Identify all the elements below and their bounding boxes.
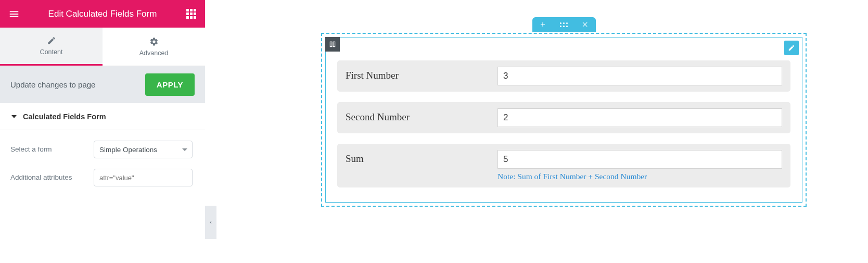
form-preview: First Number Second Number Sum Note: Sum… (326, 37, 802, 202)
editor-sidebar: Edit Calculated Fields Form Content Adva… (0, 0, 205, 207)
column-outline: First Number Second Number Sum Note: Sum… (325, 37, 802, 203)
tab-content[interactable]: Content (0, 28, 103, 66)
caret-down-icon (11, 115, 17, 118)
editor-topbar: Edit Calculated Fields Form (0, 0, 205, 28)
edit-widget-button[interactable] (784, 41, 799, 55)
section-outline[interactable]: First Number Second Number Sum Note: Sum… (321, 33, 807, 207)
select-form-label: Select a form (10, 145, 94, 154)
controls-panel: Select a form Simple Operations Addition… (0, 130, 205, 207)
field-note: Note: Sum of First Number + Second Numbe… (346, 172, 782, 181)
collapse-sidebar-button[interactable] (205, 206, 216, 239)
field-label: First Number (346, 67, 497, 81)
additional-attributes-label: Additional attributes (10, 173, 94, 182)
field-label: Second Number (346, 108, 497, 123)
section-toolbar (532, 17, 596, 32)
select-form[interactable]: Simple Operations (94, 141, 193, 158)
second-number-input[interactable] (497, 108, 782, 127)
hamburger-icon (8, 8, 20, 20)
first-number-input[interactable] (497, 67, 782, 85)
panel-tabs: Content Advanced (0, 28, 205, 66)
tab-advanced-label: Advanced (139, 49, 169, 57)
drag-section-button[interactable] (553, 17, 575, 32)
tab-content-label: Content (40, 48, 63, 56)
sum-input[interactable] (497, 150, 782, 169)
delete-section-button[interactable] (575, 17, 596, 32)
apply-message: Update changes to page (10, 80, 95, 89)
section-toggle[interactable]: Calculated Fields Form (0, 103, 205, 130)
chevron-left-icon (208, 219, 213, 226)
drag-icon (560, 22, 568, 27)
tab-advanced[interactable]: Advanced (103, 28, 205, 66)
apply-row: Update changes to page APPLY (0, 66, 205, 103)
control-select-form: Select a form Simple Operations (10, 141, 195, 158)
column-handle[interactable] (325, 37, 340, 52)
apply-button[interactable]: APPLY (145, 73, 195, 96)
control-additional-attributes: Additional attributes (10, 169, 195, 186)
pencil-icon (788, 44, 795, 52)
select-form-wrap: Simple Operations (94, 141, 193, 158)
add-section-button[interactable] (532, 17, 553, 32)
apps-button[interactable] (183, 0, 199, 28)
menu-button[interactable] (6, 0, 22, 28)
form-field-first-number: First Number (337, 60, 790, 92)
gear-icon (149, 37, 159, 46)
plus-icon (539, 21, 546, 28)
section-title: Calculated Fields Form (23, 112, 106, 121)
column-icon (329, 41, 336, 48)
close-icon (582, 21, 589, 28)
additional-attributes-input[interactable] (94, 169, 193, 186)
field-label: Sum (346, 150, 497, 165)
form-field-second-number: Second Number (337, 102, 790, 133)
canvas-section: First Number Second Number Sum Note: Sum… (321, 33, 807, 207)
apps-icon (186, 9, 196, 19)
pencil-icon (47, 36, 56, 45)
form-field-sum: Sum Note: Sum of First Number + Second N… (337, 144, 790, 187)
panel-title: Edit Calculated Fields Form (22, 9, 183, 19)
